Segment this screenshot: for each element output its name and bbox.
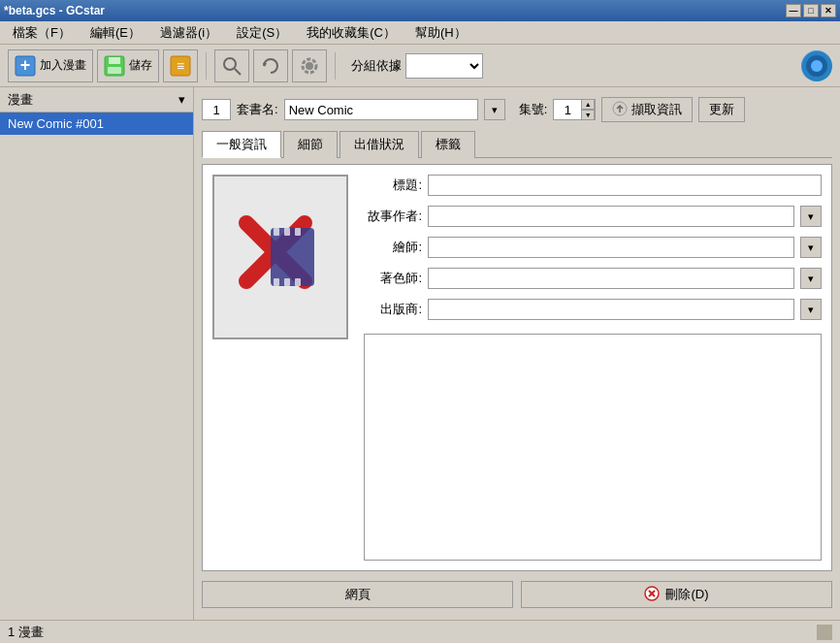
colorist-row: 著色師: ▾	[364, 268, 822, 289]
update-button[interactable]: 更新	[698, 97, 745, 122]
story-author-row: 故事作者: ▾	[364, 206, 822, 227]
volume-up-arrow[interactable]: ▲	[581, 99, 595, 110]
menu-filter[interactable]: 過濾器(i）	[151, 21, 226, 45]
delete-label: 刪除(D)	[665, 586, 708, 603]
fetch-info-button[interactable]: 擷取資訊	[601, 97, 693, 122]
extra-button[interactable]: ≡	[163, 49, 198, 82]
tab-general[interactable]: 一般資訊	[202, 131, 281, 158]
svg-text:+: +	[20, 55, 31, 75]
story-author-label: 故事作者:	[364, 208, 422, 225]
title-input[interactable]	[428, 175, 822, 196]
fields-area: 標題: 故事作者: ▾ 繪師: ▾ 著色師:	[364, 175, 822, 561]
svg-rect-18	[271, 228, 314, 286]
series-input[interactable]	[284, 99, 478, 120]
artist-input[interactable]	[428, 237, 794, 258]
comic-cover-icon	[232, 209, 329, 305]
tab-tags[interactable]: 標籤	[421, 131, 475, 158]
toolbar-separator-2	[335, 52, 336, 80]
colorist-dropdown[interactable]: ▾	[800, 268, 822, 289]
group-label: 分組依據	[351, 57, 402, 75]
main-area: 漫畫 ▾ New Comic #001 套書名: ▾ 集號: ▲ ▼	[0, 87, 840, 620]
gcstar-logo	[801, 50, 832, 81]
artist-row: 繪師: ▾	[364, 237, 822, 258]
close-button[interactable]: ✕	[821, 4, 836, 17]
publisher-label: 出版商:	[364, 301, 422, 318]
sidebar: 漫畫 ▾ New Comic #001	[0, 87, 194, 620]
tab-loan[interactable]: 出借狀況	[339, 131, 419, 158]
refresh-button[interactable]	[253, 49, 288, 82]
tab-details[interactable]: 細節	[283, 131, 338, 158]
artist-label: 繪師:	[364, 239, 422, 256]
config-button[interactable]	[292, 49, 327, 82]
toolbar: + 加入漫畫 儲存 ≡	[0, 45, 840, 87]
webpage-button[interactable]: 網頁	[202, 581, 513, 608]
volume-label: 集號:	[519, 101, 548, 118]
svg-rect-4	[108, 67, 121, 74]
search-button[interactable]	[214, 49, 249, 82]
extra-icon: ≡	[170, 55, 191, 77]
svg-text:≡: ≡	[177, 58, 184, 74]
menu-settings[interactable]: 設定(S）	[228, 21, 296, 45]
sidebar-collapse-icon[interactable]: ▾	[178, 92, 185, 107]
tab-general-content: 標題: 故事作者: ▾ 繪師: ▾ 著色師:	[212, 175, 822, 561]
add-comic-button[interactable]: + 加入漫畫	[8, 49, 93, 82]
save-button[interactable]: 儲存	[97, 49, 159, 82]
volume-down-arrow[interactable]: ▼	[581, 110, 595, 120]
svg-rect-3	[109, 57, 120, 64]
publisher-input[interactable]	[428, 299, 794, 320]
publisher-dropdown[interactable]: ▾	[800, 299, 822, 320]
volume-spinner: ▲ ▼	[553, 99, 596, 120]
bottom-bar: 網頁 刪除(D)	[202, 577, 832, 612]
svg-rect-20	[284, 228, 290, 236]
minimize-button[interactable]: —	[786, 4, 801, 17]
series-label: 套書名:	[237, 101, 278, 118]
volume-input[interactable]	[554, 103, 581, 117]
title-bar-text: *beta.gcs - GCstar	[4, 4, 105, 17]
menu-help[interactable]: 幫助(H）	[406, 21, 475, 45]
refresh-icon	[260, 55, 281, 77]
group-select[interactable]	[405, 53, 483, 79]
resize-handle[interactable]	[817, 625, 832, 640]
save-icon	[104, 55, 125, 77]
search-icon	[221, 55, 242, 77]
sidebar-category-label: 漫畫	[8, 91, 33, 109]
story-author-dropdown[interactable]: ▾	[800, 206, 822, 227]
artist-dropdown[interactable]: ▾	[800, 237, 822, 258]
cover-image-area[interactable]	[212, 175, 348, 339]
record-number-input[interactable]	[202, 99, 231, 120]
sidebar-item-comic-1[interactable]: New Comic #001	[0, 113, 193, 135]
gear-icon	[299, 55, 320, 77]
maximize-button[interactable]: □	[803, 4, 819, 17]
menu-bar: 檔案（F） 編輯(E） 過濾器(i） 設定(S） 我的收藏集(C） 幫助(H）	[0, 21, 840, 45]
svg-rect-22	[274, 278, 279, 286]
status-count: 1 漫畫	[8, 624, 44, 641]
colorist-input[interactable]	[428, 268, 794, 289]
record-header: 套書名: ▾ 集號: ▲ ▼ 擷取資訊 更新	[202, 95, 832, 124]
colorist-label: 著色師:	[364, 270, 422, 287]
tabs-bar: 一般資訊 細節 出借狀況 標籤	[202, 130, 832, 158]
title-row: 標題:	[364, 175, 822, 196]
series-dropdown-button[interactable]: ▾	[484, 99, 505, 120]
menu-edit[interactable]: 編輯(E）	[81, 21, 149, 45]
add-icon: +	[15, 55, 36, 77]
status-bar: 1 漫畫	[0, 620, 840, 643]
save-label: 儲存	[129, 57, 152, 74]
title-bar-buttons: — □ ✕	[786, 4, 836, 17]
title-bar: *beta.gcs - GCstar — □ ✕	[0, 0, 840, 21]
menu-file[interactable]: 檔案（F）	[4, 21, 80, 45]
delete-button[interactable]: 刪除(D)	[521, 581, 832, 608]
publisher-row: 出版商: ▾	[364, 299, 822, 320]
description-area[interactable]	[364, 334, 822, 561]
title-label: 標題:	[364, 177, 422, 194]
svg-rect-21	[295, 228, 301, 236]
svg-line-8	[235, 69, 241, 75]
menu-collection[interactable]: 我的收藏集(C）	[298, 21, 404, 45]
fetch-label: 擷取資訊	[631, 101, 682, 118]
story-author-input[interactable]	[428, 206, 794, 227]
svg-rect-19	[274, 228, 279, 236]
svg-rect-24	[295, 278, 301, 286]
svg-rect-23	[284, 278, 290, 286]
add-comic-label: 加入漫畫	[40, 57, 86, 74]
sidebar-header: 漫畫 ▾	[0, 87, 193, 113]
svg-point-7	[224, 58, 236, 70]
